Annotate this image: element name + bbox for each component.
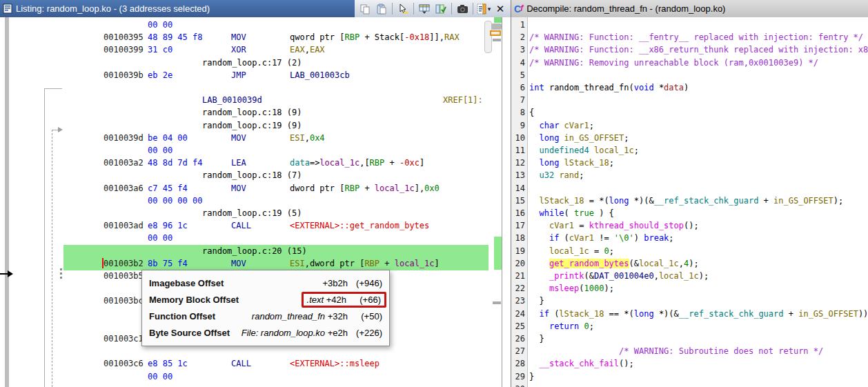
decompile-token[interactable]: long	[634, 309, 654, 319]
decompile-token[interactable]: 1000	[584, 284, 604, 293]
listing-token[interactable]: 00100395	[103, 31, 144, 43]
decompile-token[interactable]	[529, 121, 539, 130]
dropdown-arrow-icon[interactable]: ▾	[488, 6, 491, 12]
decompile-token[interactable]: char	[539, 121, 559, 130]
decompile-token[interactable]: in_GS_OFFSET	[773, 196, 834, 206]
listing-token[interactable]: 001003c1	[103, 333, 144, 345]
listing-token[interactable]: 48 89 45 f8	[148, 31, 202, 43]
decompile-token[interactable]: (	[629, 83, 634, 92]
decompile-token[interactable]: __ref_stack_chk_guard	[654, 196, 759, 206]
decompile-token[interactable]: ,	[654, 271, 659, 281]
listing-token[interactable]: local_1c	[319, 158, 359, 168]
listing-token[interactable]: data=>local_1c,[RBP + -0xc]	[290, 157, 424, 169]
decompile-token[interactable]: =	[574, 221, 589, 230]
decompile-token[interactable]: if	[549, 233, 559, 243]
listing-token[interactable]: 31 c0	[148, 43, 172, 56]
decompile-token[interactable]: {	[529, 108, 534, 117]
listing-token[interactable]: 001003b2	[103, 257, 144, 270]
listing-token[interactable]: random_loop.c:18 (7)	[202, 169, 302, 181]
listing-row[interactable]: 0010039548 89 45 f8MOVqword ptr [RBP + S…	[0, 31, 511, 43]
listing-token[interactable]: local_1c	[375, 183, 415, 193]
decompile-token[interactable]: = *(	[584, 196, 609, 206]
listing-row[interactable]: random_loop.c:17 (2)	[0, 57, 511, 69]
decompile-token[interactable]: ,	[679, 259, 684, 268]
decompile-token[interactable]: =	[589, 246, 604, 256]
decompile-line[interactable]: lStack_18 = *(long *)(&__ref_stack_chk_g…	[529, 195, 843, 207]
listing-token[interactable]: +	[359, 183, 375, 193]
decompile-token[interactable]	[579, 321, 584, 331]
decompile-token[interactable]: lStack_18	[539, 196, 584, 206]
decompile-token[interactable]: ;	[589, 121, 594, 130]
decompile-token[interactable]: (&	[629, 259, 639, 268]
decompile-token[interactable]: +	[784, 309, 799, 319]
decompile-line[interactable]: /* WARNING: Removing unreachable block (…	[529, 57, 818, 69]
listing-row[interactable]: random_loop.c:18 (7)	[0, 169, 511, 181]
decompile-line[interactable]: if (lStack_18 == *(long *)(&__ref_stack_…	[529, 308, 868, 320]
decompile-token[interactable]: ;	[624, 133, 629, 143]
decompile-token[interactable]: void	[634, 83, 654, 92]
listing-token[interactable]: + Stack[	[359, 32, 404, 42]
decompile-token[interactable]: msleep	[549, 284, 579, 293]
decompile-token[interactable]	[529, 208, 539, 218]
decompile-token[interactable]: local_1c	[594, 146, 634, 155]
listing-token[interactable]: -0x18	[404, 32, 429, 42]
listing-token[interactable]: -0xc	[400, 158, 420, 168]
listing-token[interactable]: XOR	[231, 43, 246, 56]
decompile-line[interactable]: long lStack_18;	[529, 157, 614, 169]
listing-token[interactable]: 00 00	[148, 370, 172, 383]
decompile-token[interactable]: )	[634, 233, 644, 243]
decompile-token[interactable]: undefined4	[539, 146, 589, 155]
decompile-token[interactable]	[529, 246, 549, 256]
camera-button[interactable]	[454, 1, 471, 16]
decompile-line[interactable]: undefined4 local_1c;	[529, 144, 639, 157]
decompile-line[interactable]: get_random_bytes(&local_1c,4);	[529, 257, 699, 270]
decompile-line[interactable]: }	[529, 370, 534, 383]
listing-token[interactable]: ,	[305, 45, 310, 54]
decompile-token[interactable]: _printk	[549, 271, 584, 281]
listing-row[interactable]: 00 00	[0, 19, 511, 31]
decompile-token[interactable]	[559, 121, 564, 130]
decompile-token[interactable]	[529, 221, 549, 230]
decompile-line[interactable]: {	[529, 106, 534, 119]
listing-token[interactable]: eb 2e	[148, 69, 172, 81]
listing-token[interactable]: <EXTERNAL>::get_random_bytes	[290, 221, 429, 230]
decompile-token[interactable]: *)(&	[629, 196, 654, 206]
decompile-token[interactable]	[559, 158, 564, 168]
listing-row[interactable]: 001003b28b 75 f4MOVESI,dword ptr [RBP + …	[0, 257, 511, 270]
decompile-token[interactable]: int	[529, 83, 544, 92]
decompile-token[interactable]: long	[609, 196, 629, 206]
decompile-line[interactable]: char cVar1;	[529, 119, 594, 132]
decompile-token[interactable]: ();	[619, 359, 634, 368]
decompile-token[interactable]: true	[574, 208, 594, 218]
listing-token[interactable]: RBP	[370, 158, 385, 168]
decompile-line[interactable]: long in_GS_OFFSET;	[529, 132, 629, 144]
decompile-token[interactable]: while	[539, 208, 564, 218]
decompile-token[interactable]: ;	[589, 321, 594, 331]
listing-token[interactable]: ESI	[290, 133, 305, 143]
listing-token[interactable]: MOV	[231, 182, 246, 195]
decompile-line[interactable]: return 0;	[529, 320, 594, 333]
listing-token[interactable]: <EXTERNAL>::msleep	[290, 359, 379, 368]
decompile-token[interactable]: )	[684, 83, 689, 92]
decompile-header[interactable]: Cf Decompile: random_thread_fn - (random…	[511, 0, 868, 18]
decompile-token[interactable]: (	[579, 284, 584, 293]
listing-row[interactable]: 0010039931 c0XOREAX,EAX	[0, 43, 511, 56]
listing-token[interactable]: 0x0	[424, 183, 440, 193]
listing-token[interactable]: EAX	[290, 45, 305, 54]
decompile-token[interactable]: get_random_bytes	[549, 259, 629, 268]
decompile-token[interactable]: );	[604, 284, 613, 293]
listing-token[interactable]: +	[379, 259, 395, 268]
decompile-token[interactable]: lStack_18	[559, 309, 604, 319]
listing-token[interactable]: 001003c6	[103, 357, 144, 370]
decompile-token[interactable]	[529, 146, 539, 155]
listing-token[interactable]: random_loop.c:18 (9)	[202, 106, 302, 119]
decompile-line[interactable]: _printk(&DAT_001004e0,local_1c);	[529, 270, 709, 282]
decompile-token[interactable]	[559, 133, 564, 143]
listing-row[interactable]: random_loop.c:18 (9)	[0, 106, 511, 119]
listing-token[interactable]: LEA	[231, 157, 246, 169]
decompile-line[interactable]: __stack_chk_fail();	[529, 357, 634, 370]
listing-row[interactable]: 0010039dbe 04 00MOVESI,0x4	[0, 132, 511, 144]
decompile-token[interactable]: /* WARNING: Removing unreachable block (…	[529, 58, 818, 68]
listing-token[interactable]: ESI	[290, 259, 305, 268]
decompile-token[interactable]: data	[664, 83, 684, 92]
